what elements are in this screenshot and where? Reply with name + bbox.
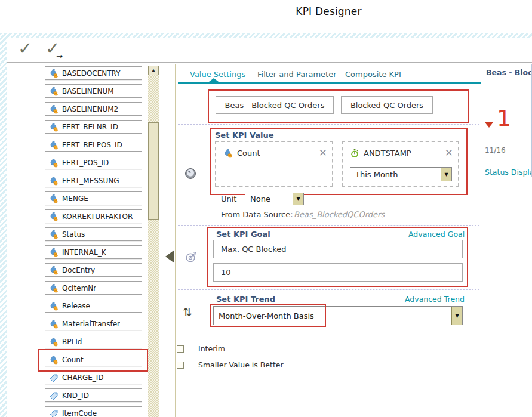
measure-field-icon [49, 230, 59, 239]
smaller-value-label: Smaller Value is Better [198, 360, 284, 369]
field-list-item[interactable]: MaterialTransfer [45, 317, 142, 330]
field-label: Status [62, 230, 85, 239]
scrollbar-up-arrow[interactable]: ▲ [148, 66, 159, 75]
tab-underline [178, 82, 481, 84]
field-list-item[interactable]: BASELINENUM2 [45, 102, 142, 116]
field-list-item[interactable]: FERT_POS_ID [45, 156, 142, 169]
field-list-item[interactable]: Status [45, 227, 142, 241]
field-list-item[interactable]: QcItemNr [45, 281, 142, 295]
interim-checkbox[interactable] [177, 345, 184, 353]
field-list-item[interactable]: FERT_MESSUNG [45, 174, 142, 187]
remove-measure-icon[interactable]: ✕ [319, 148, 327, 158]
advanced-trend-link[interactable]: Advanced Trend [405, 295, 465, 304]
measure-field-icon [49, 319, 59, 329]
field-label: BASELINENUM [62, 87, 114, 95]
measure-field-icon [49, 248, 59, 257]
interim-option-row: Interim [177, 344, 225, 353]
confirm-check-icon[interactable]: ✓ [18, 39, 32, 57]
field-list-item[interactable]: FERT_BELNR_ID [45, 120, 142, 134]
kpi-full-name-input[interactable]: Beas - Blocked QC Orders [216, 96, 334, 114]
confirm-and-next-check-icon[interactable]: ✓→ [45, 39, 60, 57]
tag-field-icon [49, 409, 59, 417]
measure-field-icon [49, 176, 59, 186]
dropdown-arrow-icon[interactable]: ▼ [451, 307, 462, 325]
field-list: BASEDOCENTRY BASELINENUM BASELINENUM2 FE… [45, 66, 142, 417]
field-label: MaterialTransfer [62, 320, 120, 328]
dropdown-arrow-icon[interactable]: ▼ [441, 168, 451, 181]
kpi-display-name-value: Blocked QC Orders [350, 101, 423, 110]
remove-dimension-icon[interactable]: ✕ [445, 148, 453, 158]
dimension-name: ANDTSTAMP [364, 149, 445, 157]
trend-basis-value: Month-Over-Month Basis [214, 311, 451, 320]
collapse-sidebar-arrow-icon[interactable] [165, 250, 174, 263]
measure-field-icon [49, 87, 59, 96]
unit-label: Unit [221, 194, 236, 203]
goal-value-input[interactable]: 10 [213, 263, 463, 282]
measure-field-icon [49, 158, 59, 168]
dimension-drop-zone[interactable]: ANDTSTAMP ✕ This Month ▼ [342, 141, 459, 187]
sidebar-scrollbar-track[interactable] [148, 66, 159, 417]
field-label: Release [62, 302, 90, 310]
status-display-link[interactable]: Status Display [485, 168, 532, 177]
page-title: KPI Designer [0, 5, 532, 17]
period-select[interactable]: This Month ▼ [350, 167, 452, 181]
tag-field-icon [49, 373, 59, 382]
active-tab-marker [209, 78, 219, 82]
field-list-item[interactable]: Count [45, 353, 142, 366]
interim-label: Interim [198, 344, 225, 353]
smaller-value-checkbox[interactable] [177, 362, 184, 369]
field-list-item[interactable]: DocEntry [45, 263, 142, 277]
field-label: BPLId [62, 338, 82, 346]
section-separator [178, 124, 479, 125]
field-list-item[interactable]: BASEDOCENTRY [45, 66, 142, 80]
trend-basis-select[interactable]: Month-Over-Month Basis ▼ [213, 306, 463, 325]
measure-field-icon [49, 122, 59, 132]
sidebar-scrollbar-thumb[interactable] [148, 122, 159, 220]
tab-filter-and-parameter[interactable]: Filter and Parameter [257, 70, 337, 79]
field-label: FERT_POS_ID [62, 159, 109, 167]
field-list-item[interactable]: BPLId [45, 335, 142, 348]
field-list-item[interactable]: CHARGE_ID [45, 370, 142, 384]
trend-arrows-icon: ⇅ [183, 305, 192, 319]
trend-down-arrow-icon [485, 122, 493, 128]
field-list-item[interactable]: Release [45, 299, 142, 313]
data-source-label: From Data Source: [221, 210, 293, 219]
field-list-item[interactable]: ItemCode [45, 406, 142, 417]
field-label: QcItemNr [62, 284, 96, 292]
field-label: BASELINENUM2 [62, 105, 118, 113]
measure-field-icon [49, 69, 59, 78]
field-label: FERT_BELNR_ID [62, 123, 118, 131]
measure-drop-zone[interactable]: Count ✕ [215, 141, 333, 187]
kpi-display-name-input[interactable]: Blocked QC Orders [341, 96, 433, 114]
timestamp-field-icon [350, 149, 359, 158]
measure-field-icon [49, 301, 59, 311]
field-list-item[interactable]: KORREKTURFAKTOR [45, 209, 142, 223]
section-separator [178, 289, 479, 290]
field-list-item[interactable]: INTERNAL_K [45, 245, 142, 259]
unit-select[interactable]: None ▼ [245, 193, 304, 205]
measure-field-icon [49, 212, 59, 221]
field-list-item[interactable]: BASELINENUM [45, 84, 142, 98]
window-frame-left [0, 33, 7, 417]
field-list-item[interactable]: FERT_BELPOS_ID [45, 138, 142, 152]
dropdown-arrow-icon[interactable]: ▼ [293, 193, 303, 205]
field-list-item[interactable]: MENGE [45, 191, 142, 205]
tab-composite-kpi[interactable]: Composite KPI [345, 70, 401, 79]
field-list-item[interactable]: KND_ID [45, 388, 142, 402]
trend-section-title: Set KPI Trend [216, 295, 275, 304]
field-label: MENGE [62, 194, 88, 203]
measure-field-icon [49, 140, 59, 150]
goal-name-input[interactable]: Max. QC Blocked [213, 240, 463, 258]
target-icon [185, 250, 198, 263]
field-label: KND_ID [62, 391, 89, 400]
value-section-title: Set KPI Value [215, 131, 274, 140]
tab-value-settings[interactable]: Value Settings [190, 70, 245, 79]
measure-field-icon [49, 265, 59, 275]
goal-name-value: Max. QC Blocked [221, 245, 287, 254]
field-label: DocEntry [62, 266, 95, 274]
window-frame-top [0, 33, 532, 38]
kpi-preview-panel: Beas - Blocked QC Orders 1 11/16 Status … [481, 64, 532, 177]
field-label: CHARGE_ID [62, 373, 104, 382]
field-label: FERT_BELPOS_ID [62, 141, 122, 149]
advanced-goal-link[interactable]: Advanced Goal [408, 230, 465, 239]
